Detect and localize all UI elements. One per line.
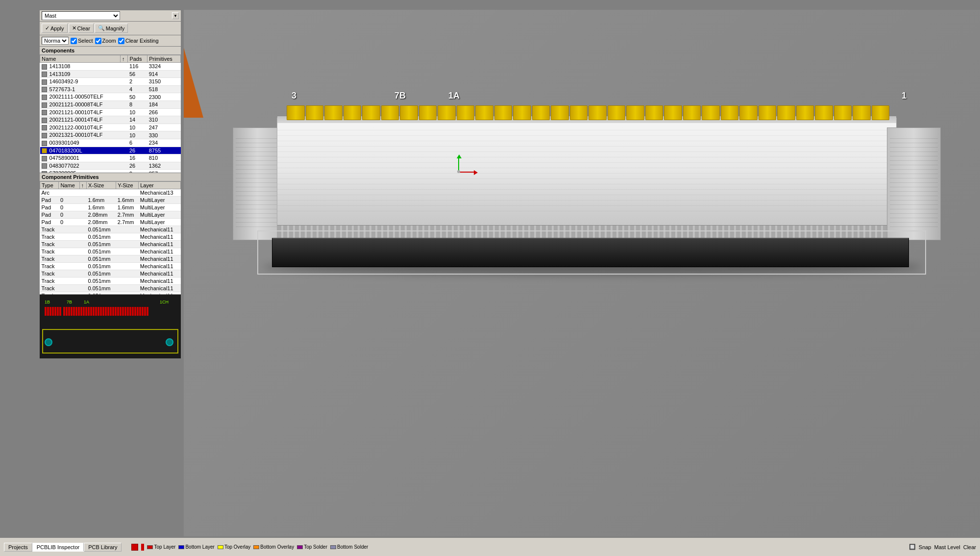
table-row[interactable]: 20021321-00010T4LF 10 330 bbox=[40, 131, 181, 139]
list-item[interactable]: Pad 0 2.08mm 2.7mm MultiLayer bbox=[40, 219, 181, 226]
list-item[interactable]: Track 0.051mm Mechanical11 bbox=[40, 263, 181, 270]
prim-col-type[interactable]: Type bbox=[40, 182, 59, 189]
connector-base bbox=[272, 238, 909, 267]
select-checkbox-label[interactable]: Select bbox=[71, 38, 93, 44]
layer-item-bottom-solder: Bottom Solder bbox=[330, 544, 368, 550]
table-row[interactable]: 1413108 116 3324 bbox=[40, 63, 181, 71]
list-item[interactable]: Pad 0 1.6mm 1.6mm MultiLayer bbox=[40, 204, 181, 211]
tab-pcblib-inspector[interactable]: PCBLIB Inspector bbox=[32, 543, 84, 552]
options-row: Normal Select Zoom Clear Existing bbox=[40, 35, 181, 47]
prim-col-name[interactable]: Name bbox=[59, 182, 79, 189]
zoom-checkbox-label[interactable]: Zoom bbox=[95, 38, 116, 44]
panel-dropdown-arrow[interactable]: ▼ bbox=[172, 12, 179, 19]
mini-label-1ch: 1CH bbox=[160, 300, 169, 304]
pin-label-1a: 1A bbox=[448, 91, 460, 101]
prim-col-sort[interactable]: ↑ bbox=[79, 182, 87, 189]
mini-outline-rect bbox=[42, 329, 178, 354]
pin-label-7b: 7B bbox=[394, 91, 406, 101]
components-table-scroll[interactable]: Name ↑ Pads Primitives 1413108 116 3324 … bbox=[40, 55, 181, 173]
layer-legend: Top Layer Bottom Layer Top Overlay Botto… bbox=[122, 544, 908, 551]
table-row[interactable]: 20021121-00014T4LF 14 310 bbox=[40, 116, 181, 124]
layer-item-bottom: Bottom Layer bbox=[178, 544, 214, 550]
pin-label-3: 3 bbox=[292, 91, 296, 101]
connector-3d-container: 3 7B 1A 1 bbox=[233, 88, 941, 275]
table-row[interactable]: 0039301049 6 234 bbox=[40, 139, 181, 147]
table-row[interactable]: 0483077022 26 1362 bbox=[40, 162, 181, 170]
list-item[interactable]: Pad 0 1.6mm 1.6mm MultiLayer bbox=[40, 197, 181, 204]
right-status: 🔲 Snap Mast Level Clear bbox=[909, 544, 976, 550]
prim-col-ysize[interactable]: Y-Size bbox=[116, 182, 139, 189]
col-pads[interactable]: Pads bbox=[128, 55, 147, 63]
table-row[interactable]: 0475890001 16 810 bbox=[40, 154, 181, 162]
select-checkbox[interactable] bbox=[71, 38, 77, 44]
list-item[interactable]: Track 0.051mm Mechanical11 bbox=[40, 278, 181, 285]
mini-label-1a: 1A bbox=[84, 300, 89, 304]
mini-pins-right bbox=[63, 307, 148, 316]
layer-color-bottom bbox=[178, 545, 184, 549]
components-tbody: 1413108 116 3324 1413109 56 914 14603492… bbox=[40, 63, 181, 173]
pins-row-top bbox=[287, 105, 889, 120]
table-row[interactable]: 20021121-00008T4LF 8 184 bbox=[40, 101, 181, 108]
panel-title-bar: Mast ▼ bbox=[40, 10, 181, 22]
list-item[interactable]: Track 0.051mm Mechanical11 bbox=[40, 241, 181, 248]
clear-existing-checkbox[interactable] bbox=[118, 38, 124, 44]
layer-item-bottom-overlay: Bottom Overlay bbox=[253, 544, 294, 550]
end-cap-right bbox=[887, 127, 941, 240]
list-item[interactable]: Pad 0 2.08mm 2.7mm MultiLayer bbox=[40, 211, 181, 219]
list-item[interactable]: Track 0.051mm Mechanical11 bbox=[40, 270, 181, 278]
toolbar: ✓ Apply ✕ Clear 🔍 Magnify bbox=[40, 22, 181, 35]
magnify-button[interactable]: 🔍 Magnify bbox=[95, 24, 128, 33]
table-row[interactable]: 20021121-00010T4LF 10 266 bbox=[40, 108, 181, 116]
components-table: Name ↑ Pads Primitives 1413108 116 3324 … bbox=[40, 55, 181, 173]
magnify-icon: 🔍 bbox=[98, 25, 105, 31]
layer-item-top-solder: Top Solder bbox=[297, 544, 327, 550]
primitives-table-scroll[interactable]: Type Name ↑ X-Size Y-Size Layer Arc Mech… bbox=[40, 181, 181, 294]
layer-item-top-overlay: Top Overlay bbox=[218, 544, 250, 550]
list-item[interactable]: Track 0.051mm Mechanical11 bbox=[40, 226, 181, 233]
tab-pcb-library[interactable]: PCB Library bbox=[84, 543, 122, 552]
end-cap-left bbox=[233, 127, 282, 240]
connector-main-body bbox=[277, 118, 897, 245]
col-name[interactable]: Name bbox=[40, 55, 121, 63]
viewport-shape bbox=[184, 39, 208, 118]
clear-button[interactable]: ✕ Clear bbox=[69, 24, 94, 33]
panel-title-select[interactable]: Mast bbox=[42, 11, 120, 20]
status-bar: Projects PCBLIB Inspector PCB Library To… bbox=[0, 537, 980, 556]
mini-preview: 1B 7B 1A 1CH bbox=[40, 295, 181, 358]
prim-col-layer[interactable]: Layer bbox=[139, 182, 181, 189]
list-item[interactable]: Arc Mechanical13 bbox=[40, 189, 181, 197]
zoom-checkbox[interactable] bbox=[95, 38, 101, 44]
list-item[interactable]: Track 0.051mm Mechanical11 bbox=[40, 255, 181, 263]
status-red-indicator bbox=[131, 544, 138, 551]
table-row[interactable]: 678208005 9 857 bbox=[40, 170, 181, 173]
table-row[interactable]: 0470183200L 26 8755 bbox=[40, 147, 181, 154]
table-row[interactable]: 14603492-9 2 3150 bbox=[40, 78, 181, 86]
table-row[interactable]: 20021111-00050TELF 50 2300 bbox=[40, 93, 181, 101]
col-sort[interactable]: ↑ bbox=[120, 55, 128, 63]
table-row[interactable]: 5727673-1 4 518 bbox=[40, 85, 181, 93]
col-primitives[interactable]: Primitives bbox=[147, 55, 181, 63]
list-item[interactable]: Track 0.051mm Mechanical11 bbox=[40, 248, 181, 255]
mini-label-1b: 1B bbox=[45, 300, 50, 304]
mini-label-7b: 7B bbox=[67, 300, 72, 304]
list-item[interactable]: Track 0.051mm Mechanical11 bbox=[40, 233, 181, 241]
primitives-section: Component Primitives Type Name ↑ X-Size … bbox=[40, 173, 181, 295]
list-item[interactable]: Track 0.051mm Mechanical11 bbox=[40, 292, 181, 295]
main-viewport[interactable]: 3 7B 1A 1 bbox=[184, 10, 980, 536]
clear-existing-checkbox-label[interactable]: Clear Existing bbox=[118, 38, 159, 44]
mode-select[interactable]: Normal bbox=[42, 37, 69, 45]
components-section: Components Name ↑ Pads Primitives 141310… bbox=[40, 47, 181, 173]
clear-icon: ✕ bbox=[72, 25, 76, 31]
layer-color-bottom-solder bbox=[330, 545, 336, 549]
apply-button[interactable]: ✓ Apply bbox=[42, 24, 68, 33]
prim-col-xsize[interactable]: X-Size bbox=[87, 182, 116, 189]
layer-color-top-solder bbox=[297, 545, 303, 549]
table-row[interactable]: 1413109 56 914 bbox=[40, 70, 181, 78]
primitives-table: Type Name ↑ X-Size Y-Size Layer Arc Mech… bbox=[40, 181, 181, 294]
pin-label-1: 1 bbox=[902, 91, 906, 101]
tab-projects[interactable]: Projects bbox=[4, 543, 32, 552]
list-item[interactable]: Track 0.051mm Mechanical11 bbox=[40, 285, 181, 292]
table-row[interactable]: 20021122-00010T4LF 10 247 bbox=[40, 124, 181, 131]
primitives-header: Component Primitives bbox=[40, 173, 181, 181]
layer-item-top: Top Layer bbox=[147, 544, 175, 550]
